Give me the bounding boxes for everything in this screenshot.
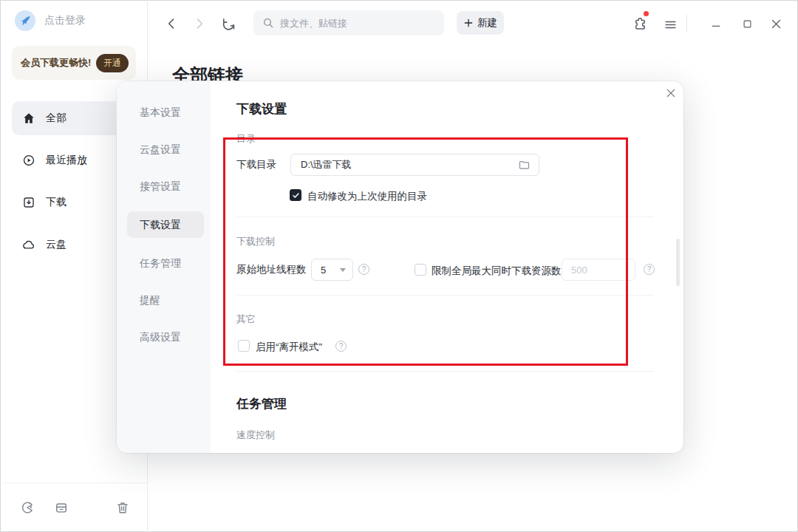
leave-mode-label[interactable]: 启用“离开模式” (256, 341, 322, 354)
search-input[interactable] (280, 18, 420, 29)
close-icon[interactable] (767, 15, 785, 33)
help-icon[interactable]: ? (335, 341, 347, 352)
new-task-label: 新建 (477, 16, 497, 30)
back-icon[interactable] (163, 15, 180, 33)
task-management-title: 任务管理 (236, 395, 287, 412)
cloud-icon (22, 238, 35, 251)
search-box[interactable] (253, 10, 444, 35)
plus-icon (463, 18, 474, 28)
dialog-close-icon[interactable] (661, 83, 681, 103)
download-dir-field[interactable] (290, 154, 539, 176)
chevron-down-icon (340, 268, 346, 272)
dialog-scrollbar[interactable] (676, 239, 680, 286)
section-label-speed-control: 速度控制 (236, 429, 275, 442)
help-icon[interactable]: ? (644, 264, 655, 275)
folder-icon[interactable] (518, 159, 531, 171)
settings-nav-cloud[interactable]: 云盘设置 (127, 136, 204, 163)
divider (236, 371, 654, 372)
section-label-directory: 目录 (236, 132, 256, 146)
download-dir-input[interactable] (301, 160, 518, 171)
new-task-button[interactable]: 新建 (457, 11, 504, 35)
dialog-title: 下载设置 (236, 100, 287, 117)
trash-icon[interactable] (115, 500, 130, 515)
refresh-icon[interactable] (219, 15, 237, 33)
settings-dialog: 基本设置 云盘设置 接管设置 下载设置 任务管理 提醒 高级设置 下载设置 目录… (117, 81, 683, 453)
play-circle-icon (22, 154, 35, 167)
leave-mode-checkbox[interactable] (238, 340, 250, 352)
limit-count-input[interactable] (562, 259, 635, 281)
limit-global-label[interactable]: 限制全局最大同时下载资源数 (432, 265, 562, 278)
sidebar-item-label: 云盘 (46, 238, 66, 251)
puzzle-icon[interactable] (631, 15, 649, 33)
login-row[interactable]: 点击登录 (15, 10, 86, 31)
maximize-icon[interactable] (738, 15, 756, 33)
login-label[interactable]: 点击登录 (44, 14, 86, 27)
sidebar-item-label: 下载 (46, 196, 66, 209)
settings-nav-basic[interactable]: 基本设置 (127, 99, 204, 126)
section-label-other: 其它 (236, 313, 256, 326)
minimize-icon[interactable] (707, 15, 725, 33)
settings-nav-remind[interactable]: 提醒 (127, 287, 204, 313)
divider (236, 295, 654, 296)
search-icon (262, 17, 274, 29)
pacman-icon[interactable] (20, 500, 35, 515)
bird-logo-icon (18, 14, 32, 27)
vip-banner-text: 会员下载更畅快! (21, 56, 91, 69)
settings-nav: 基本设置 云盘设置 接管设置 下载设置 任务管理 提醒 高级设置 (117, 81, 211, 453)
auto-change-dir-label[interactable]: 自动修改为上次使用的目录 (307, 190, 427, 203)
app-logo (15, 10, 35, 31)
thread-count-label: 原始地址线程数 (236, 259, 307, 281)
vip-banner[interactable]: 会员下载更畅快! 开通 (12, 46, 136, 80)
help-icon[interactable]: ? (358, 264, 369, 275)
settings-nav-advanced[interactable]: 高级设置 (127, 324, 204, 350)
thread-count-select[interactable]: 5 (311, 259, 353, 281)
download-box-icon (22, 196, 35, 209)
section-label-download-control: 下载控制 (236, 235, 275, 248)
check-icon (292, 191, 300, 200)
notification-dot (644, 11, 649, 16)
home-icon (22, 112, 35, 125)
storage-box-icon[interactable] (54, 500, 69, 515)
settings-nav-takeover[interactable]: 接管设置 (127, 173, 204, 200)
download-dir-label: 下载目录 (236, 154, 276, 176)
vip-open-button[interactable]: 开通 (96, 54, 129, 72)
sidebar-footer (0, 495, 147, 520)
divider (236, 216, 654, 217)
forward-icon[interactable] (191, 15, 208, 33)
auto-change-dir-checkbox[interactable] (290, 189, 301, 201)
sidebar-item-label: 最近播放 (46, 154, 87, 167)
sidebar-footer-divider (0, 482, 147, 483)
settings-nav-download[interactable]: 下载设置 (127, 211, 204, 238)
thread-count-value: 5 (321, 265, 326, 276)
titlebar-divider (686, 15, 687, 33)
sidebar-item-label: 全部 (46, 112, 66, 125)
app-window: 点击登录 会员下载更畅快! 开通 全部 最近播放 下载 (0, 0, 798, 532)
menu-icon[interactable] (661, 16, 679, 33)
limit-global-checkbox[interactable] (415, 264, 426, 276)
settings-nav-task[interactable]: 任务管理 (127, 250, 204, 276)
